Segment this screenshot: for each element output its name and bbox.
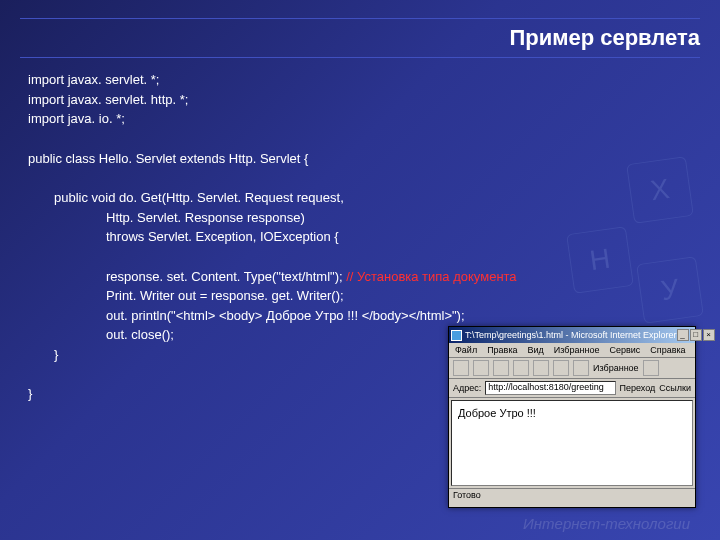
footer-text: Интернет-технологии — [523, 515, 690, 532]
menu-edit[interactable]: Правка — [487, 345, 517, 355]
history-button[interactable] — [643, 360, 659, 376]
code-line: import java. io. *; — [28, 109, 692, 129]
favorites-icon[interactable] — [573, 360, 589, 376]
status-text: Готово — [453, 490, 481, 500]
minimize-button[interactable]: _ — [677, 329, 689, 341]
status-bar: Готово — [449, 488, 695, 501]
back-button[interactable] — [453, 360, 469, 376]
window-title: T:\Temp\greetings\1.html - Microsoft Int… — [465, 330, 677, 340]
search-button[interactable] — [553, 360, 569, 376]
menu-help[interactable]: Справка — [650, 345, 685, 355]
code-line: public void do. Get(Http. Servlet. Reque… — [28, 188, 692, 208]
menu-service[interactable]: Сервис — [609, 345, 640, 355]
menu-bar: Файл Правка Вид Избранное Сервис Справка — [449, 343, 695, 358]
slide-title: Пример сервлета — [20, 18, 700, 58]
menu-view[interactable]: Вид — [528, 345, 544, 355]
links-label: Ссылки — [659, 383, 691, 393]
code-line: import javax. servlet. http. *; — [28, 90, 692, 110]
code-line: Http. Servlet. Response response) — [28, 208, 692, 228]
ie-icon — [451, 330, 462, 341]
bg-key: Н — [566, 226, 634, 294]
stop-button[interactable] — [493, 360, 509, 376]
home-button[interactable] — [533, 360, 549, 376]
code-line: import javax. servlet. *; — [28, 70, 692, 90]
forward-button[interactable] — [473, 360, 489, 376]
go-button[interactable]: Переход — [620, 383, 656, 393]
page-content: Доброе Утро !!! — [451, 400, 693, 486]
code-comment: // Установка типа документа — [346, 269, 516, 284]
code-line: public class Hello. Servlet extends Http… — [28, 149, 692, 169]
favorites-label: Избранное — [593, 363, 639, 373]
maximize-button[interactable]: □ — [690, 329, 702, 341]
browser-titlebar: T:\Temp\greetings\1.html - Microsoft Int… — [449, 327, 695, 343]
code-line: out. println("<html> <body> Доброе Утро … — [28, 306, 692, 326]
refresh-button[interactable] — [513, 360, 529, 376]
close-button[interactable]: × — [703, 329, 715, 341]
address-bar: Адрес: http://localhost:8180/greeting Пе… — [449, 379, 695, 398]
toolbar: Избранное — [449, 358, 695, 379]
bg-key: X — [626, 156, 694, 224]
menu-file[interactable]: Файл — [455, 345, 477, 355]
menu-favorites[interactable]: Избранное — [554, 345, 600, 355]
bg-key: У — [636, 256, 704, 324]
browser-window: T:\Temp\greetings\1.html - Microsoft Int… — [448, 326, 696, 508]
address-label: Адрес: — [453, 383, 481, 393]
address-input[interactable]: http://localhost:8180/greeting — [485, 381, 615, 395]
